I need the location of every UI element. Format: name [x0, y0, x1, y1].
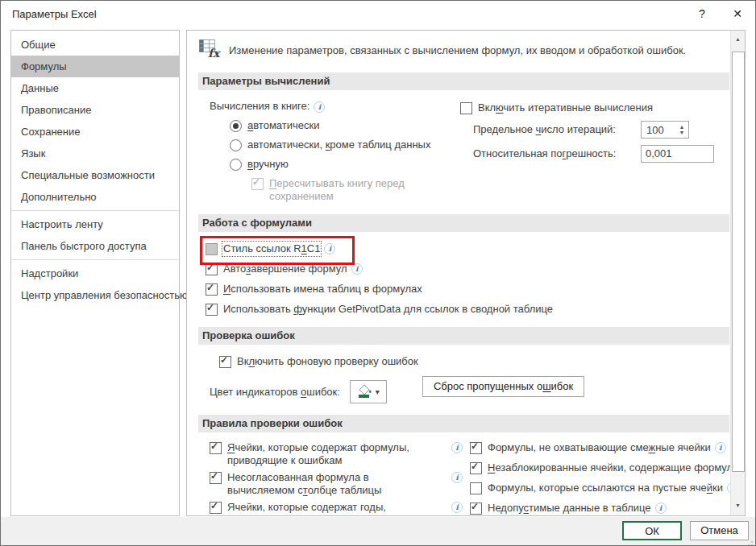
category-sidebar: Общие Формулы Данные Правописание Сохран…	[10, 30, 180, 516]
checkbox-inconsistent-calculated-column[interactable]: ✓ Несогласованная формула в вычисляемом …	[210, 471, 463, 497]
sidebar-item-save[interactable]: Сохранение	[11, 121, 179, 143]
scroll-up-icon[interactable]: ▲	[731, 32, 745, 46]
sidebar-item-addins[interactable]: Надстройки	[11, 263, 179, 284]
dropdown-caret-icon: ▾	[376, 387, 380, 396]
checkbox-enable-iterative-calculation[interactable]: ✓ Включить итеративные вычисления	[460, 101, 729, 114]
checkbox[interactable]: ✓	[206, 243, 218, 255]
radio-automatic-except-tables[interactable]: автоматически, кроме таблиц данных	[230, 139, 460, 151]
spin-up-icon[interactable]: ▲	[679, 124, 685, 130]
titlebar-buttons: ? ✕	[684, 1, 755, 27]
checkbox-invalid-table-data[interactable]: ✓ Недопустимые данные в таблице i	[470, 502, 731, 515]
checkbox[interactable]: ✓	[210, 442, 222, 454]
workbook-calculation-label: Вычисления в книге:	[210, 100, 309, 113]
scrollbar-thumb[interactable]	[732, 52, 745, 472]
checkbox-background-error-checking[interactable]: ✓ Включить фоновую проверку ошибок	[219, 355, 729, 368]
sidebar-item-data[interactable]: Данные	[11, 77, 179, 99]
help-icon[interactable]: ?	[684, 1, 720, 27]
info-icon[interactable]: i	[451, 442, 463, 453]
title-bar: Параметры Excel ? ✕	[1, 1, 755, 27]
checkbox[interactable]: ✓	[206, 283, 218, 296]
workbook-calculation-group: Вычисления в книге: i автоматически авто…	[198, 100, 460, 203]
info-icon[interactable]: i	[351, 263, 363, 275]
checkbox-two-digit-years[interactable]: ✓ Ячейки, которые содержат годы, предста…	[210, 501, 463, 515]
section-header-error-checking-rules: Правила проверки ошибок	[198, 415, 729, 432]
checkbox[interactable]: ✓	[470, 482, 482, 494]
sidebar-item-general[interactable]: Общие	[11, 34, 179, 56]
spin-down-icon[interactable]: ▼	[679, 130, 685, 135]
sidebar-item-formulas[interactable]: Формулы	[11, 56, 179, 77]
checkbox[interactable]: ✓	[470, 442, 482, 454]
checkbox-use-getpivotdata[interactable]: ✓ Использовать функции GetPivotData для …	[206, 303, 729, 316]
sidebar-separator	[11, 259, 179, 260]
radio-manual[interactable]: вручную	[230, 158, 460, 171]
max-change-label: Относительная погрешность:	[473, 147, 641, 160]
checkbox[interactable]: ✓	[206, 263, 218, 275]
error-checking-rules-body: ✓ Ячейки, которые содержат формулы, прив…	[198, 441, 729, 515]
formulas-fx-icon: fx	[198, 39, 224, 61]
dialog-footer: ОК Отмена	[1, 517, 755, 545]
excel-options-dialog: Параметры Excel ? ✕ Общие Формулы Данные…	[0, 0, 756, 546]
max-iterations-input[interactable]: 100 ▲▼	[641, 121, 689, 139]
sidebar-separator	[11, 210, 179, 211]
checkbox-r1c1-reference-style[interactable]: ✓ Стиль ссылок R1C1 i	[206, 242, 729, 255]
checkbox[interactable]: ✓	[210, 502, 222, 514]
vertical-scrollbar[interactable]: ▲ ▼	[730, 31, 745, 515]
scroll-down-icon[interactable]: ▼	[731, 498, 745, 512]
dialog-title: Параметры Excel	[12, 8, 97, 20]
error-indicator-row: Цвет индикаторов ошибок: ▾ Сброс пропуще…	[210, 376, 729, 403]
sidebar-item-proofing[interactable]: Правописание	[11, 99, 179, 121]
section-header-error-checking: Проверка ошибок	[198, 327, 729, 345]
checkbox-unlocked-cells-with-formulas[interactable]: ✓ Незаблокированные ячейки, содержащие ф…	[470, 461, 731, 474]
formulas-settings-scroll-area: fx Изменение параметров, связанных с выч…	[187, 31, 731, 515]
ok-button[interactable]: ОК	[622, 521, 682, 540]
indicator-color-label: Цвет индикаторов ошибок:	[210, 386, 340, 399]
max-iterations-label: Предельное число итераций:	[473, 123, 641, 136]
info-icon[interactable]: i	[324, 243, 335, 254]
radio-button[interactable]	[230, 139, 242, 151]
max-change-input[interactable]: 0,001	[641, 145, 714, 163]
radio-button[interactable]	[230, 159, 242, 171]
info-icon[interactable]: i	[314, 101, 325, 113]
checkbox[interactable]: ✓	[470, 462, 482, 474]
indicator-color-dropdown[interactable]: ▾	[350, 380, 387, 403]
iterative-calculation-group: ✓ Включить итеративные вычисления Предел…	[460, 100, 729, 203]
sidebar-item-accessibility[interactable]: Специальные возможности	[11, 164, 179, 186]
radio-automatic[interactable]: автоматически	[230, 119, 460, 132]
formulas-settings-panel: fx Изменение параметров, связанных с выч…	[186, 30, 746, 516]
radio-button[interactable]	[230, 120, 242, 132]
cancel-button[interactable]: Отмена	[690, 521, 749, 540]
checkbox-formulas-omitting-adjacent-cells[interactable]: ✓ Формулы, не охватывающие смежные ячейк…	[470, 441, 731, 454]
section-header-calculation-options: Параметры вычислений	[198, 72, 729, 90]
checkbox[interactable]: ✓	[460, 102, 472, 114]
info-icon[interactable]: i	[655, 503, 667, 514]
sidebar-item-quick-access-toolbar[interactable]: Панель быстрого доступа	[11, 235, 179, 257]
checkbox-formulas-referring-empty-cells[interactable]: ✓ Формулы, которые ссылаются на пустые я…	[470, 482, 731, 494]
close-icon[interactable]: ✕	[720, 1, 755, 27]
sidebar-item-trust-center[interactable]: Центр управления безопасностью	[11, 284, 179, 306]
sidebar-item-language[interactable]: Язык	[11, 143, 179, 164]
spinner-arrows[interactable]: ▲▼	[675, 124, 688, 135]
checkbox: ✓	[251, 178, 264, 190]
fill-color-icon	[357, 383, 373, 401]
checkbox-formula-autocomplete[interactable]: ✓ Автозавершение формул i	[206, 263, 729, 275]
reset-ignored-errors-button[interactable]: Сброс пропущенных ошибок	[422, 376, 584, 397]
checkbox-recalculate-before-save: ✓ Пересчитывать книгу перед сохранением	[251, 177, 460, 203]
info-icon[interactable]: i	[451, 502, 463, 513]
page-intro: fx Изменение параметров, связанных с выч…	[198, 39, 729, 61]
sidebar-item-advanced[interactable]: Дополнительно	[11, 186, 179, 208]
calculation-options-body: Вычисления в книге: i автоматически авто…	[198, 100, 729, 203]
page-description: Изменение параметров, связанных с вычисл…	[229, 39, 686, 56]
resize-grip[interactable]	[751, 541, 753, 543]
info-icon[interactable]: i	[715, 442, 726, 453]
checkbox[interactable]: ✓	[210, 472, 222, 484]
sidebar-item-customize-ribbon[interactable]: Настроить ленту	[11, 213, 179, 235]
section-header-working-with-formulas: Работа с формулами	[198, 214, 729, 232]
checkbox-cells-with-error-formulas[interactable]: ✓ Ячейки, которые содержат формулы, прив…	[210, 441, 463, 467]
checkbox[interactable]: ✓	[206, 304, 218, 316]
checkbox[interactable]: ✓	[470, 503, 482, 515]
checkbox-use-table-names[interactable]: ✓ Использовать имена таблиц в формулах	[206, 283, 729, 296]
info-icon[interactable]: i	[451, 472, 463, 483]
checkbox[interactable]: ✓	[219, 356, 231, 368]
